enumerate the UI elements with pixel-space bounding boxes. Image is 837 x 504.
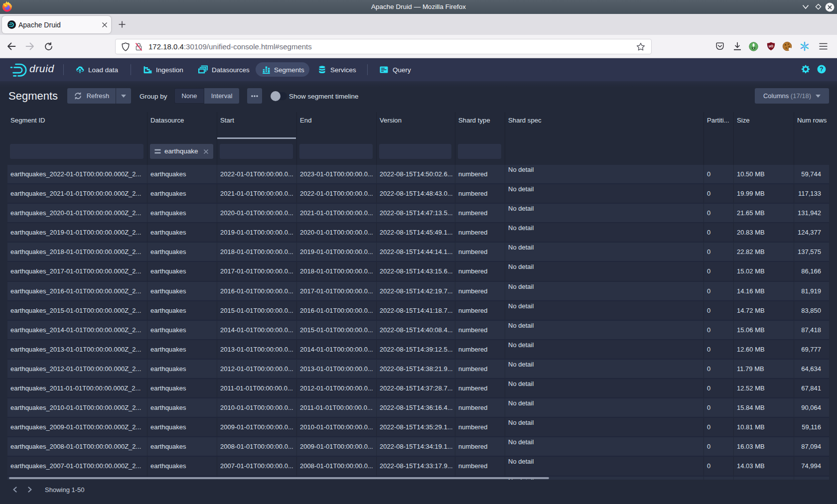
svg-text:uO: uO [768,44,773,48]
svg-text:?: ? [820,66,823,73]
